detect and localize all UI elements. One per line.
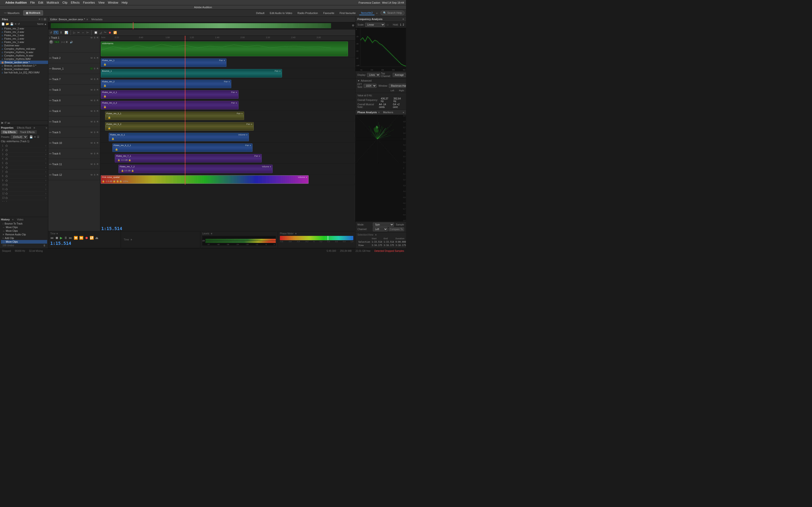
ws-tab-default[interactable]: Default	[254, 11, 266, 15]
menu-view[interactable]: View	[98, 1, 105, 4]
track-m-11[interactable]: M	[90, 163, 93, 165]
files-expand-icon[interactable]: ≡	[39, 18, 40, 21]
track-m-7[interactable]: M	[90, 78, 93, 80]
track-r-10[interactable]: R	[96, 142, 99, 144]
play-btn-transport[interactable]: ▶	[60, 236, 63, 240]
track-clip-violin[interactable]: violinHarms	[101, 42, 348, 56]
track-m-9[interactable]: M	[90, 120, 93, 123]
track-m-6[interactable]: M	[90, 152, 93, 155]
fx-btn[interactable]: FX	[54, 31, 58, 34]
trim-tool[interactable]: ⊢	[86, 31, 89, 35]
sel-end[interactable]: 1:15.514	[383, 240, 394, 243]
track-m-4[interactable]: M	[90, 110, 93, 112]
expand-phase-btn[interactable]: »	[403, 111, 404, 114]
waveform-view-btn[interactable]: 〰 Waveform	[1, 11, 22, 15]
track-clip-fr72[interactable]: Flutes_rev_7_2 Volume ∨ 🔒 3.5 dB 🔒	[118, 165, 272, 173]
track-clip-flutes-rev1[interactable]: Flutes_rev_1 Pan ∨ 🔒	[101, 58, 226, 67]
autoplay-btn[interactable]: ⏭	[7, 121, 10, 124]
list-item[interactable]: ♫Complex_rhythms_hi.wav	[0, 54, 48, 57]
video-tab[interactable]: Video	[17, 218, 23, 221]
menu-edit[interactable]: Edit	[38, 1, 43, 4]
search-help-input[interactable]: 🔍 Search Help	[380, 11, 405, 15]
levels-menu-btn[interactable]: ≡	[211, 232, 212, 235]
menu-help[interactable]: Help	[121, 1, 128, 4]
track-r-2[interactable]: R	[96, 57, 99, 59]
list-item[interactable]: ▦Breeze_section.sesx *	[0, 61, 48, 64]
advanced-toggle-btn[interactable]: ▼ Advanced	[357, 79, 404, 82]
list-item[interactable]: ♫Complex_rhythms_lo.wav	[0, 50, 48, 54]
loop-record-btn[interactable]: 🔁	[113, 31, 117, 35]
menu-window[interactable]: Window	[108, 1, 118, 4]
multitrack-view-btn[interactable]: ▦ Multitrack	[23, 10, 43, 15]
track-r-11[interactable]: R	[96, 163, 99, 165]
view-end[interactable]: 3:16.175	[383, 244, 394, 247]
undo-btn[interactable]: ↺	[49, 31, 53, 35]
effects-expand-btn[interactable]: »	[46, 126, 47, 129]
ws-tab-radio[interactable]: Radio Production	[296, 11, 320, 15]
track-r-8[interactable]: R	[96, 99, 99, 102]
compare-to-btn[interactable]: Compare To	[389, 227, 404, 231]
track-r-7[interactable]: R	[96, 78, 99, 80]
ws-tab-edit-audio[interactable]: Edit Audio to Video	[268, 11, 294, 15]
metadata-tab[interactable]: Metadata	[89, 17, 104, 21]
track-clip-bounce1[interactable]: Bounce_1 Pan ∨	[101, 69, 282, 77]
select-tool[interactable]: ▷	[73, 31, 76, 35]
history-item-move3[interactable]: ↔ Move Clips	[1, 240, 47, 243]
loop-btn[interactable]: ↺	[4, 121, 6, 124]
track-s-5[interactable]: S	[93, 131, 96, 133]
window-select[interactable]: Blackman-Harris Hann	[389, 84, 406, 88]
phase-menu-btn[interactable]: ≡	[378, 111, 379, 114]
more-workspaces-btn[interactable]: »	[376, 12, 377, 14]
track-s-9[interactable]: S	[93, 120, 96, 123]
list-item[interactable]: ♫Breeze_section Mixdown 1 *	[0, 64, 48, 67]
ws-tab-favourite[interactable]: Favourite	[321, 11, 336, 15]
presets-save-btn[interactable]: 💾	[30, 135, 33, 138]
track-speaker-1[interactable]: 🔊	[70, 41, 73, 44]
freq-toggle-btn[interactable]: □	[387, 23, 388, 26]
list-item[interactable]: ♫Breeze_mixdown.wav	[0, 67, 48, 71]
files-open-icon[interactable]: ▤	[44, 18, 46, 21]
track-volume-knob-1[interactable]	[49, 40, 53, 44]
history-title[interactable]: History	[1, 218, 10, 221]
list-item[interactable]: ♫Flutes_rev_1.wav	[0, 34, 48, 37]
graph-btn[interactable]: 📊	[64, 31, 69, 35]
sel-start[interactable]: 1:15.514	[371, 240, 383, 243]
list-item[interactable]: ♫Flutes_rev_2.wav	[0, 27, 48, 30]
markers-tab[interactable]: Markers	[383, 111, 393, 114]
track-clip-pink-noise[interactable]: Pink noise_spatial Volume ∨ 🔒 -2.8 dB 🔒 …	[101, 175, 309, 184]
track-effects-tab[interactable]: Track Effects	[18, 130, 37, 134]
files-save-btn[interactable]: 💾	[10, 22, 13, 25]
track-pan-btn-1[interactable]: ▷◁	[61, 41, 65, 43]
track-expand-8[interactable]: ▸▸	[49, 99, 52, 102]
track-s-8[interactable]: S	[93, 99, 96, 102]
track-expand-b1[interactable]: ▸▸	[49, 67, 52, 70]
bounce-transport-btn[interactable]: ⏏	[95, 236, 98, 240]
presets-menu-btn[interactable]: ☰	[37, 135, 39, 138]
track-m-5[interactable]: M	[90, 131, 93, 133]
track-m-b1[interactable]: M	[90, 67, 93, 70]
files-delete-btn[interactable]: ✕	[14, 22, 17, 25]
list-item[interactable]: ♫Dulcimer.wav	[0, 44, 48, 47]
pause-btn[interactable]: ⏸	[64, 236, 67, 240]
top-channel-select[interactable]: Average Left Right	[393, 73, 406, 77]
waveform-overview[interactable]: ⊕	[48, 22, 355, 30]
mixer-btn[interactable]: 🎚	[59, 31, 63, 35]
track-clip-fr2[interactable]: Flutes_rev_2 Pan ∨ 🔒	[101, 80, 231, 88]
history-item-move2[interactable]: ↔ Move Clips	[1, 229, 47, 233]
track-clip-fr41[interactable]: Flutes_rev_4_1 Pan ∨ 🔒	[101, 90, 239, 99]
track-m-8[interactable]: M	[90, 99, 93, 102]
freq-analysis-menu-btn[interactable]: ≡	[403, 18, 404, 20]
history-item-add[interactable]: + Add Clip	[1, 236, 47, 240]
snap-btn[interactable]: 🔲	[94, 31, 98, 35]
track-s-10[interactable]: S	[93, 142, 96, 144]
list-item[interactable]: ♫Flutes_rev_1.wav	[0, 37, 48, 40]
track-s-4[interactable]: S	[93, 110, 96, 112]
track-expand-9[interactable]: ▸▸	[49, 120, 52, 123]
presets-delete-btn[interactable]: ✕	[34, 135, 36, 138]
clip-effects-tab[interactable]: Clip Effects	[1, 130, 18, 134]
track-r-1[interactable]: R	[96, 37, 99, 39]
ws-tab-first-favourite[interactable]: First favourite	[338, 11, 358, 15]
fast-forward-btn[interactable]: ⏩	[79, 236, 83, 240]
list-item[interactable]: ♫Complex_rhythms.WAV	[0, 57, 48, 61]
files-new-icon[interactable]: □	[41, 18, 43, 21]
